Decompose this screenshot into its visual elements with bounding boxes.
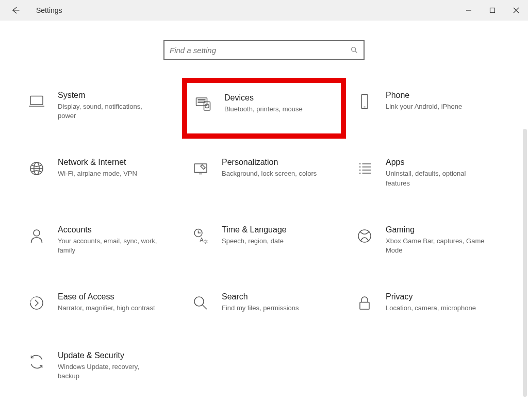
svg-line-3 — [355, 51, 357, 53]
category-title: Network & Internet — [58, 158, 137, 167]
category-desc: Link your Android, iPhone — [386, 102, 462, 111]
window-controls — [457, 0, 528, 21]
apps-icon — [354, 158, 375, 179]
svg-rect-34 — [360, 303, 369, 310]
category-update-security[interactable]: Update & Security Windows Update, recove… — [23, 348, 177, 383]
devices-icon — [192, 93, 214, 115]
back-button[interactable] — [10, 5, 21, 15]
category-desc: Bluetooth, printers, mouse — [224, 105, 303, 114]
search-input[interactable] — [170, 46, 350, 55]
svg-point-32 — [194, 297, 204, 306]
svg-rect-4 — [30, 96, 43, 105]
category-title: System — [58, 91, 161, 100]
xbox-icon — [354, 225, 375, 247]
svg-line-33 — [203, 305, 207, 309]
category-title: Accounts — [58, 225, 161, 234]
category-privacy[interactable]: Privacy Location, camera, microphone — [351, 290, 505, 316]
category-title: Personalization — [222, 158, 317, 167]
category-phone[interactable]: Phone Link your Android, iPhone — [351, 88, 505, 123]
category-desc: Xbox Game Bar, captures, Game Mode — [386, 237, 489, 255]
svg-text:字: 字 — [204, 239, 208, 244]
svg-point-2 — [352, 47, 356, 52]
category-title: Search — [222, 292, 299, 301]
category-personalization[interactable]: Personalization Background, lock screen,… — [187, 155, 341, 190]
search-icon — [350, 46, 358, 54]
minimize-button[interactable] — [457, 0, 481, 21]
maximize-button[interactable] — [481, 0, 504, 21]
category-ease-of-access[interactable]: Ease of Access Narrator, magnifier, high… — [23, 290, 177, 316]
category-title: Phone — [386, 91, 462, 100]
category-desc: Display, sound, notifications, power — [58, 102, 161, 121]
category-devices[interactable]: Devices Bluetooth, printers, mouse — [182, 78, 346, 139]
svg-text:A: A — [200, 236, 204, 242]
settings-grid: System Display, sound, notifications, po… — [0, 88, 528, 384]
svg-rect-12 — [361, 95, 368, 109]
category-search[interactable]: Search Find my files, permissions — [187, 290, 341, 316]
svg-point-27 — [34, 230, 40, 236]
personalization-icon — [190, 158, 211, 179]
phone-icon — [354, 91, 375, 112]
category-desc: Narrator, magnifier, high contrast — [58, 304, 155, 313]
ease-of-access-icon — [26, 292, 47, 314]
category-apps[interactable]: Apps Uninstall, defaults, optional featu… — [351, 155, 505, 190]
category-time-language[interactable]: A 字 Time & Language Speech, region, date — [187, 223, 341, 258]
close-button[interactable] — [504, 0, 528, 21]
scrollbar[interactable] — [523, 129, 527, 397]
category-desc: Background, lock screen, colors — [222, 169, 317, 178]
svg-rect-1 — [490, 8, 495, 13]
category-title: Gaming — [386, 225, 489, 234]
window-title: Settings — [36, 6, 62, 14]
category-desc: Speech, region, date — [222, 237, 287, 246]
time-language-icon: A 字 — [190, 225, 211, 247]
person-icon — [26, 225, 47, 247]
category-title: Time & Language — [222, 225, 287, 234]
category-network[interactable]: Network & Internet Wi-Fi, airplane mode,… — [23, 155, 177, 190]
category-title: Privacy — [386, 292, 476, 301]
category-title: Update & Security — [58, 351, 161, 360]
category-desc: Uninstall, defaults, optional features — [386, 169, 489, 188]
category-gaming[interactable]: Gaming Xbox Game Bar, captures, Game Mod… — [351, 223, 505, 258]
category-title: Devices — [224, 93, 303, 103]
sync-icon — [26, 351, 47, 373]
lock-icon — [354, 292, 375, 314]
magnifier-icon — [190, 292, 211, 314]
category-desc: Location, camera, microphone — [386, 304, 476, 313]
category-desc: Find my files, permissions — [222, 304, 299, 313]
category-accounts[interactable]: Accounts Your accounts, email, sync, wor… — [23, 223, 177, 258]
titlebar: Settings — [0, 0, 528, 21]
globe-icon — [26, 158, 47, 179]
category-title: Apps — [386, 158, 489, 167]
search-box[interactable] — [163, 40, 365, 60]
category-desc: Windows Update, recovery, backup — [58, 362, 161, 381]
category-desc: Your accounts, email, sync, work, family — [58, 237, 161, 255]
laptop-icon — [26, 91, 47, 112]
category-desc: Wi-Fi, airplane mode, VPN — [58, 169, 137, 178]
category-title: Ease of Access — [58, 292, 155, 301]
category-system[interactable]: System Display, sound, notifications, po… — [23, 88, 177, 123]
